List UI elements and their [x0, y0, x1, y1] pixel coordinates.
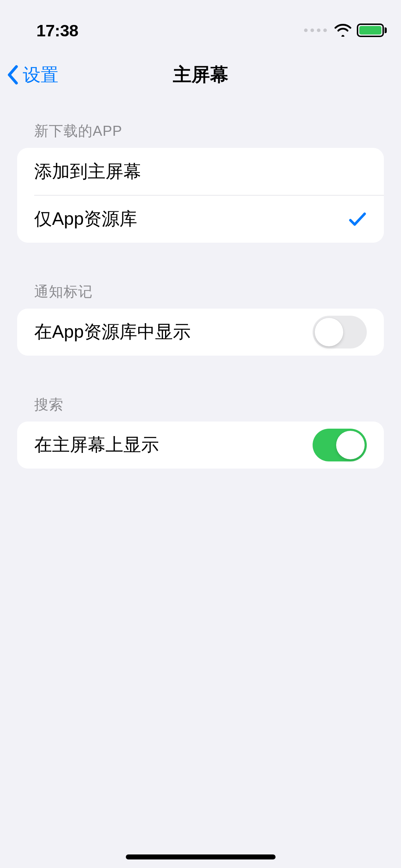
battery-icon: [357, 24, 387, 37]
toggle-knob: [315, 318, 343, 346]
option-label: 添加到主屏幕: [34, 160, 141, 184]
status-indicators: [304, 24, 387, 37]
row-show-on-home: 在主屏幕上显示: [17, 422, 384, 469]
row-label: 在主屏幕上显示: [34, 433, 159, 457]
group-header-notification-badges: 通知标记: [17, 282, 384, 309]
option-label: 仅App资源库: [34, 207, 137, 231]
option-add-to-home[interactable]: 添加到主屏幕: [17, 148, 384, 195]
status-time: 17:38: [36, 21, 78, 40]
option-app-library-only[interactable]: 仅App资源库: [17, 196, 384, 243]
signal-dots-icon: [304, 29, 327, 32]
row-label: 在App资源库中显示: [34, 320, 191, 344]
checkmark-icon: [348, 211, 367, 227]
back-button[interactable]: 设置: [6, 63, 58, 87]
row-show-in-app-library: 在App资源库中显示: [17, 309, 384, 356]
page-title: 主屏幕: [173, 62, 228, 87]
toggle-show-in-app-library[interactable]: [313, 316, 367, 348]
nav-bar: 设置 主屏幕: [0, 57, 401, 93]
group-new-downloads: 添加到主屏幕 仅App资源库: [17, 148, 384, 243]
status-bar: 17:38: [0, 14, 401, 46]
home-indicator[interactable]: [126, 854, 276, 859]
toggle-show-on-home[interactable]: [313, 429, 367, 461]
chevron-left-icon: [6, 64, 19, 85]
back-label: 设置: [23, 63, 58, 87]
group-search: 在主屏幕上显示: [17, 422, 384, 469]
wifi-icon: [334, 24, 352, 37]
group-notification-badges: 在App资源库中显示: [17, 309, 384, 356]
group-header-new-downloads: 新下载的APP: [17, 121, 384, 148]
toggle-knob: [336, 431, 365, 459]
group-header-search: 搜索: [17, 395, 384, 422]
